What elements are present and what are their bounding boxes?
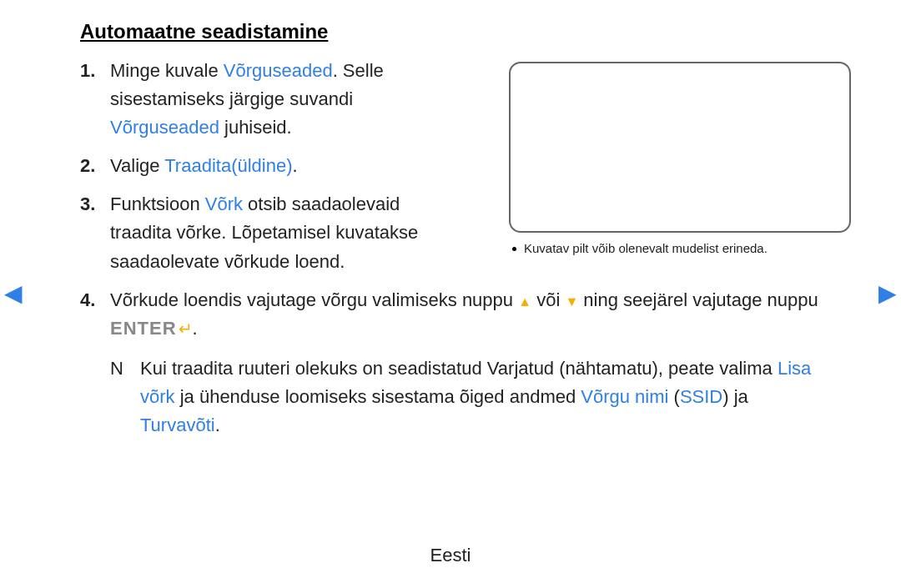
- step-1-link-a: Võrguseaded: [224, 60, 333, 81]
- step-2: 2. Valige Traadita(üldine).: [80, 152, 397, 180]
- note-text-b: ja ühenduse loomiseks sisestama õiged an…: [175, 386, 581, 407]
- note-text-a: Kui traadita ruuteri olekuks on seadista…: [140, 358, 778, 379]
- step-2-number: 2.: [80, 152, 95, 180]
- step-1: 1. Minge kuvale Võrguseaded. Selle sises…: [80, 57, 397, 142]
- step-4-number: 4.: [80, 286, 95, 314]
- triangle-down-icon: ▼: [565, 294, 578, 309]
- step-4-text-c: ning seejärel vajutage nuppu: [578, 289, 818, 310]
- step-1-link-b: Võrguseaded: [110, 117, 219, 138]
- next-page-arrow-icon[interactable]: ▶: [878, 279, 897, 307]
- triangle-up-icon: ▲: [518, 294, 531, 309]
- step-4-text-b: või: [531, 289, 565, 310]
- aside-note: Kuvatav pilt võib olenevalt mudelist eri…: [509, 241, 851, 255]
- aside: Kuvatav pilt võib olenevalt mudelist eri…: [509, 62, 851, 255]
- step-4-text-a: Võrkude loendis vajutage võrgu valimisek…: [110, 289, 518, 310]
- enter-icon: ↵: [179, 319, 193, 338]
- step-1-number: 1.: [80, 57, 95, 85]
- note-link-d: Turvavõti: [140, 415, 215, 435]
- illustration-placeholder: [509, 62, 851, 233]
- step-2-link: Traadita(üldine): [164, 155, 292, 176]
- step-3-text-a: Funktsioon: [110, 193, 205, 214]
- step-1-text-a: Minge kuvale: [110, 60, 224, 81]
- step-3-number: 3.: [80, 190, 95, 219]
- prev-page-arrow-icon[interactable]: ◀: [4, 279, 23, 307]
- note-link-c: SSID: [680, 386, 722, 407]
- step-1-text-c: juhiseid.: [219, 117, 292, 138]
- step-3-link: Võrk: [205, 193, 243, 214]
- note-text-e: .: [215, 415, 220, 435]
- step-4: 4. Võrkude loendis vajutage võrgu valimi…: [80, 286, 831, 343]
- footer-language: Eesti: [0, 545, 901, 566]
- note-text-c: (: [668, 386, 679, 407]
- page-title: Automaatne seadistamine: [80, 20, 328, 43]
- note-text-d: ) ja: [722, 386, 748, 407]
- note-mark: N: [110, 354, 123, 383]
- note-link-b: Võrgu nimi: [581, 386, 668, 407]
- step-3: 3. Funktsioon Võrk otsib saadaolevaid tr…: [80, 190, 447, 275]
- step-2-text-a: Valige: [110, 155, 164, 176]
- content-area: Kuvatav pilt võib olenevalt mudelist eri…: [80, 57, 851, 440]
- step-4-text-d: .: [193, 318, 198, 339]
- enter-label: ENTER: [110, 318, 177, 339]
- step-2-text-b: .: [293, 155, 298, 176]
- note-block: N Kui traadita ruuteri olekuks on seadis…: [80, 354, 831, 440]
